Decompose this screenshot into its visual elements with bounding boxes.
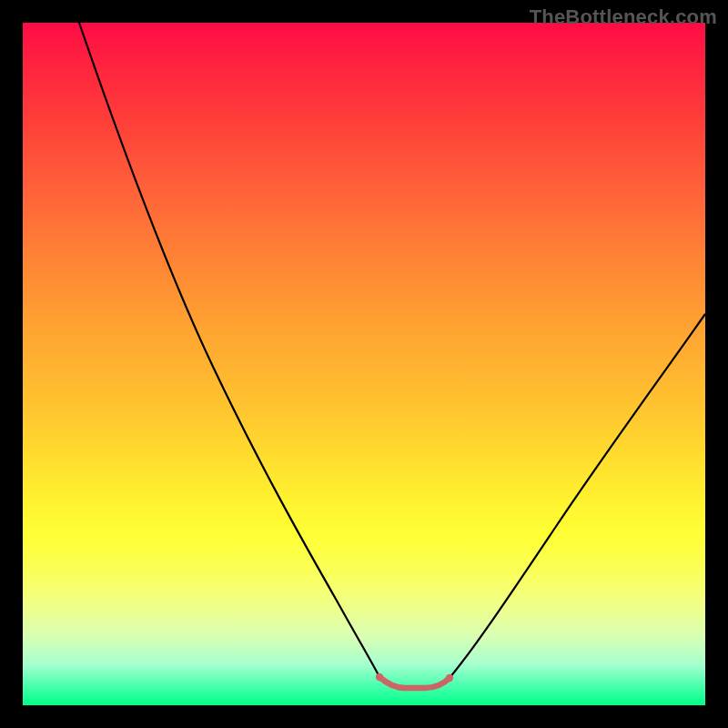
curve-flat-segment: [379, 677, 450, 688]
curve-right-branch: [450, 314, 705, 678]
bottleneck-curve-svg: [23, 23, 705, 705]
flat-segment-left-dot: [376, 673, 383, 681]
curve-left-branch: [79, 23, 379, 677]
watermark-text: TheBottleneck.com: [530, 5, 717, 29]
flat-segment-right-dot: [446, 674, 453, 682]
chart-plot-area: [23, 23, 705, 705]
